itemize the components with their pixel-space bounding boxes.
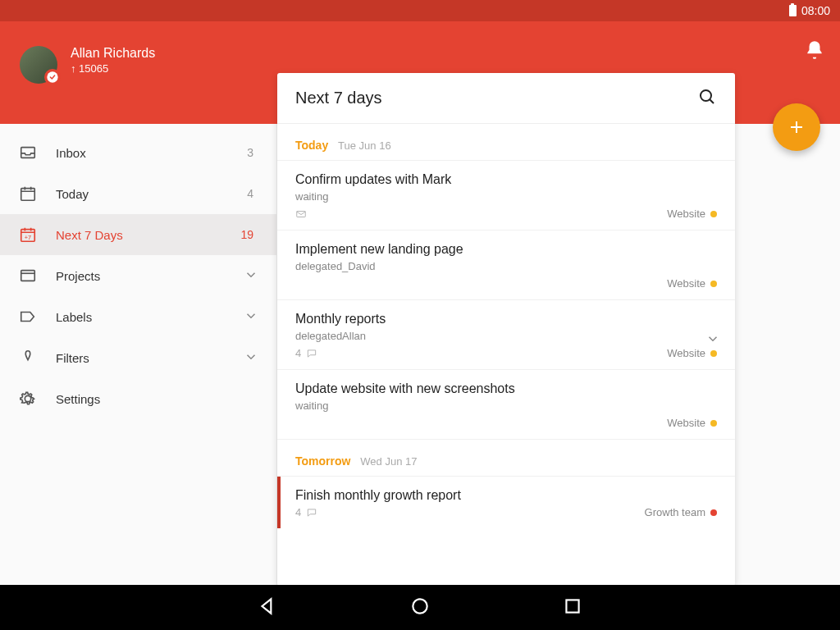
sidebar-item-filters[interactable]: Filters bbox=[0, 337, 276, 378]
comment-icon bbox=[306, 348, 317, 359]
calendar-week-icon: +7 bbox=[18, 225, 38, 244]
comment-count: 4 bbox=[295, 347, 317, 359]
page-title: Next 7 days bbox=[295, 89, 697, 107]
sidebar-item-today[interactable]: Today 4 bbox=[0, 173, 276, 214]
task-project: Website bbox=[667, 417, 717, 429]
task-item[interactable]: Confirm updates with Mark waiting Websit… bbox=[277, 160, 735, 230]
task-item[interactable]: Update website with new screenshots wait… bbox=[277, 369, 735, 439]
sidebar-item-labels[interactable]: Labels bbox=[0, 296, 276, 337]
sidebar-item-label: Next 7 Days bbox=[56, 228, 240, 242]
task-title: Monthly reports bbox=[295, 312, 717, 326]
sidebar-item-count: 19 bbox=[240, 228, 253, 241]
task-title: Update website with new screenshots bbox=[295, 381, 717, 396]
sidebar-item-next7days[interactable]: +7 Next 7 Days 19 bbox=[0, 214, 276, 255]
svg-rect-8 bbox=[297, 211, 306, 217]
task-list[interactable]: Today Tue Jun 16 Confirm updates with Ma… bbox=[277, 124, 735, 586]
sidebar-item-inbox[interactable]: Inbox 3 bbox=[0, 132, 276, 173]
projects-icon bbox=[18, 266, 38, 285]
chevron-down-icon bbox=[244, 308, 258, 326]
android-home-button[interactable] bbox=[409, 596, 431, 620]
task-subtext: waiting bbox=[295, 190, 717, 203]
task-project-label: Website bbox=[667, 208, 705, 220]
status-time: 08:00 bbox=[801, 4, 830, 17]
task-title: Confirm updates with Mark bbox=[295, 172, 717, 187]
user-name: Allan Richards bbox=[71, 46, 155, 61]
main-header: Next 7 days bbox=[277, 73, 735, 124]
svg-point-0 bbox=[47, 71, 57, 82]
task-project-label: Website bbox=[667, 417, 705, 429]
task-project: Website bbox=[667, 208, 717, 220]
sidebar-item-label: Inbox bbox=[56, 146, 247, 160]
expand-button[interactable] bbox=[705, 331, 720, 349]
chevron-down-icon bbox=[244, 349, 258, 367]
project-dot-icon bbox=[710, 509, 717, 516]
sidebar-item-count: 3 bbox=[247, 146, 253, 159]
project-dot-icon bbox=[710, 211, 717, 217]
main-panel: Next 7 days Today Tue Jun 16 Confirm upd… bbox=[277, 73, 735, 586]
task-project: Website bbox=[667, 277, 717, 290]
task-item[interactable]: Finish monthly growth report 4 Growth te… bbox=[277, 476, 735, 528]
project-dot-icon bbox=[710, 350, 717, 357]
mail-icon bbox=[295, 208, 307, 220]
android-recent-button[interactable] bbox=[562, 596, 583, 620]
sidebar-item-label: Labels bbox=[56, 310, 244, 324]
task-project-label: Website bbox=[667, 277, 705, 290]
task-title: Finish monthly growth report bbox=[295, 488, 717, 503]
task-project-label: Website bbox=[667, 347, 705, 359]
android-back-button[interactable] bbox=[257, 596, 278, 620]
svg-point-12 bbox=[413, 599, 427, 613]
svg-rect-5 bbox=[21, 271, 35, 281]
user-karma: ↑ 15065 bbox=[71, 62, 155, 75]
sidebar-item-count: 4 bbox=[247, 187, 253, 200]
task-title: Implement new landing page bbox=[295, 242, 717, 257]
label-icon bbox=[18, 307, 38, 326]
section-date: Wed Jun 17 bbox=[360, 455, 417, 468]
svg-text:+7: +7 bbox=[25, 234, 31, 241]
filter-icon bbox=[18, 348, 38, 368]
section-label: Today bbox=[295, 139, 328, 152]
user-block[interactable]: Allan Richards ↑ 15065 bbox=[71, 46, 155, 75]
task-item[interactable]: Implement new landing page delegated_Dav… bbox=[277, 230, 735, 299]
task-project-label: Growth team bbox=[645, 506, 705, 518]
section-header-today: Today Tue Jun 16 bbox=[277, 124, 735, 160]
battery-icon bbox=[789, 5, 797, 16]
avatar[interactable] bbox=[20, 46, 57, 84]
sidebar: Inbox 3 Today 4 +7 Next 7 Days 19 Projec… bbox=[0, 124, 277, 585]
sidebar-item-label: Today bbox=[56, 187, 247, 201]
search-button[interactable] bbox=[697, 87, 717, 110]
task-subtext: delegated_David bbox=[295, 260, 717, 272]
svg-marker-11 bbox=[262, 599, 272, 613]
notifications-button[interactable] bbox=[804, 39, 825, 64]
android-nav-bar bbox=[0, 585, 840, 630]
project-dot-icon bbox=[710, 281, 717, 287]
comment-icon bbox=[306, 507, 317, 518]
inbox-icon bbox=[18, 143, 38, 162]
add-task-fab[interactable] bbox=[773, 103, 820, 151]
task-project: Growth team bbox=[645, 506, 717, 518]
section-label: Tomorrow bbox=[295, 454, 350, 468]
avatar-badge-icon bbox=[44, 69, 61, 85]
status-bar: 08:00 bbox=[0, 0, 840, 21]
section-header-tomorrow: Tomorrow Wed Jun 17 bbox=[277, 439, 735, 476]
svg-rect-1 bbox=[21, 148, 35, 158]
svg-rect-2 bbox=[21, 189, 35, 201]
task-subtext: delegatedAllan bbox=[295, 330, 717, 342]
svg-line-7 bbox=[710, 99, 714, 103]
comment-count: 4 bbox=[295, 506, 317, 518]
gear-icon bbox=[18, 389, 38, 409]
sidebar-item-label: Filters bbox=[56, 351, 244, 365]
svg-rect-13 bbox=[566, 600, 578, 612]
section-date: Tue Jun 16 bbox=[338, 139, 391, 152]
sidebar-item-label: Settings bbox=[56, 392, 258, 406]
chevron-down-icon bbox=[244, 267, 258, 285]
sidebar-item-projects[interactable]: Projects bbox=[0, 255, 276, 296]
calendar-icon bbox=[18, 184, 38, 203]
project-dot-icon bbox=[710, 420, 717, 427]
sidebar-item-label: Projects bbox=[56, 269, 244, 283]
task-subtext: waiting bbox=[295, 399, 717, 412]
task-item[interactable]: Monthly reports delegatedAllan 4 Website bbox=[277, 299, 735, 369]
sidebar-item-settings[interactable]: Settings bbox=[0, 378, 276, 419]
svg-point-6 bbox=[701, 90, 711, 101]
